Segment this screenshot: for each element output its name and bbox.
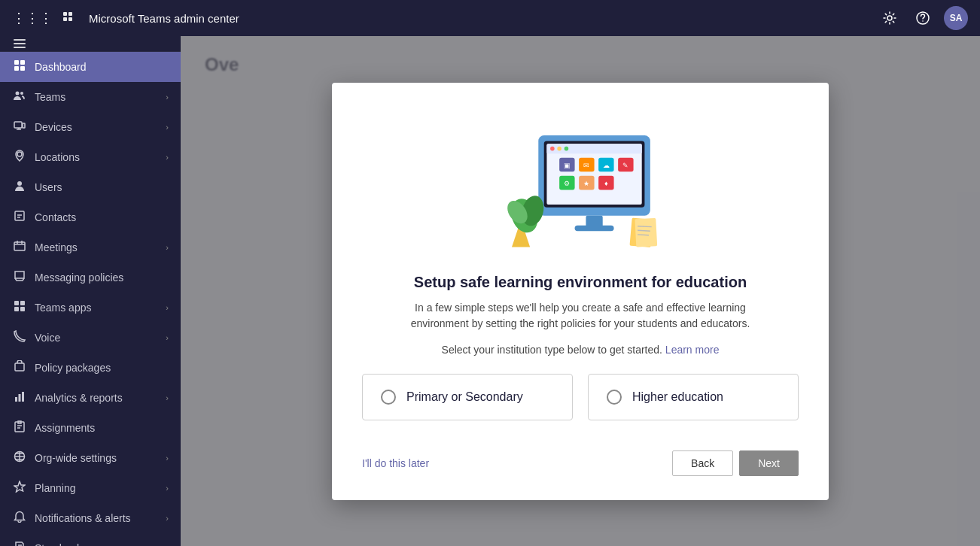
svg-rect-26 [15,363,24,371]
sidebar-hamburger[interactable] [0,36,181,52]
sidebar-item-policy-packages[interactable]: Policy packages [0,353,181,383]
svg-point-37 [557,146,562,150]
svg-rect-60 [635,217,657,247]
sidebar-item-analytics[interactable]: Analytics & reports › [0,383,181,413]
topbar-icons: SA [878,6,968,30]
help-icon[interactable] [911,6,935,30]
sidebar-item-planning-label: Planning [35,482,158,494]
svg-point-38 [565,146,569,150]
option-higher-education[interactable]: Higher education [588,374,799,420]
svg-rect-0 [63,12,67,16]
settings-icon[interactable] [878,6,902,30]
dashboard-icon [12,59,27,74]
svg-point-15 [20,92,23,95]
modal-illustration: ▣ ✉ ☁ ✎ ⚙ ★ ♦ [482,113,678,256]
radio-primary-secondary[interactable] [381,390,396,405]
messaging-icon [12,270,27,285]
teams-apps-icon [12,300,27,315]
svg-text:☁: ☁ [603,161,610,168]
devices-icon [12,120,27,135]
sidebar-item-assignments[interactable]: Assignments [0,413,181,443]
sidebar-item-contacts[interactable]: Contacts [0,202,181,232]
content-area: Ove [181,36,980,546]
learn-more-link[interactable]: Learn more [665,344,720,356]
planning-icon [12,481,27,496]
modal-description: In a few simple steps we'll help you cre… [385,300,776,332]
sidebar-item-dashboard-label: Dashboard [35,61,169,73]
svg-rect-27 [15,397,17,402]
radio-higher-education[interactable] [607,390,622,405]
svg-line-61 [638,226,652,226]
sidebar-item-users[interactable]: Users [0,172,181,202]
modal-title: Setup safe learning environment for educ… [414,274,747,291]
svg-text:▣: ▣ [564,161,571,168]
back-button[interactable]: Back [672,450,733,476]
notifications-icon [12,511,27,526]
sidebar-item-voice-label: Voice [35,332,158,344]
sidebar-item-teams[interactable]: Teams › [0,82,181,112]
sidebar-item-teams-apps[interactable]: Teams apps › [0,293,181,323]
option-higher-education-label: Higher education [632,390,723,404]
sidebar-item-storybook[interactable]: Storybook [0,533,181,546]
svg-rect-11 [20,60,25,65]
sidebar-item-locations[interactable]: Locations › [0,142,181,172]
teams-icon [12,89,27,105]
teams-apps-chevron-icon: › [166,303,169,312]
sidebar-item-teams-label: Teams [35,91,158,103]
svg-rect-24 [14,307,19,311]
later-button[interactable]: I'll do this later [362,457,429,469]
svg-rect-12 [14,66,19,71]
svg-point-36 [550,146,555,150]
grid-icon[interactable]: ⋮⋮⋮ [12,10,53,26]
svg-rect-23 [20,301,25,305]
sidebar-item-contacts-label: Contacts [35,211,169,223]
topbar: ⋮⋮⋮ Microsoft Teams admin center SA [0,0,980,36]
sidebar-item-devices[interactable]: Devices › [0,112,181,142]
meetings-chevron-icon: › [166,243,169,252]
svg-text:✎: ✎ [622,161,628,168]
org-wide-icon [12,450,27,466]
svg-rect-9 [14,47,26,48]
svg-point-14 [16,92,20,96]
voice-chevron-icon: › [166,333,169,342]
sidebar-item-meetings[interactable]: Meetings › [0,232,181,262]
svg-rect-7 [14,39,26,41]
voice-icon [12,330,27,345]
sidebar-item-teams-apps-label: Teams apps [35,302,158,314]
svg-rect-3 [68,17,72,21]
sidebar-item-assignments-label: Assignments [35,422,169,434]
sidebar-item-meetings-label: Meetings [35,241,158,253]
devices-chevron-icon: › [166,123,169,132]
svg-rect-10 [14,60,19,65]
sidebar-item-voice[interactable]: Voice › [0,323,181,353]
modal-dialog: ▣ ✉ ☁ ✎ ⚙ ★ ♦ [332,83,829,500]
sidebar-item-locations-label: Locations [35,151,158,163]
main-layout: Dashboard Teams › Devices › Locations › [0,36,980,546]
teams-chevron-icon: › [166,93,169,102]
option-primary-secondary-label: Primary or Secondary [406,390,523,404]
svg-rect-16 [14,122,22,128]
analytics-chevron-icon: › [166,393,169,402]
option-primary-secondary[interactable]: Primary or Secondary [362,374,573,420]
next-button[interactable]: Next [739,450,799,476]
svg-rect-25 [20,307,25,311]
sidebar-item-notifications-label: Notifications & alerts [35,512,158,524]
sidebar-item-messaging-label: Messaging policies [35,271,169,284]
svg-text:✉: ✉ [583,161,589,168]
svg-text:♦: ♦ [604,179,608,187]
apps-grid-icon[interactable] [62,11,77,26]
svg-rect-13 [20,66,25,71]
sidebar-item-org-wide[interactable]: Org-wide settings › [0,443,181,473]
sidebar-item-messaging[interactable]: Messaging policies [0,262,181,293]
sidebar-item-dashboard[interactable]: Dashboard [0,52,181,82]
user-avatar[interactable]: SA [944,6,968,30]
sidebar-item-planning[interactable]: Planning › [0,473,181,503]
notifications-chevron-icon: › [166,514,169,523]
sidebar-item-notifications[interactable]: Notifications & alerts › [0,503,181,533]
svg-rect-28 [19,394,21,402]
modal-select-text: Select your institution type below to ge… [442,344,720,356]
planning-chevron-icon: › [166,484,169,493]
sidebar-item-org-label: Org-wide settings [35,452,158,464]
svg-rect-21 [14,242,25,250]
analytics-icon [12,390,27,405]
